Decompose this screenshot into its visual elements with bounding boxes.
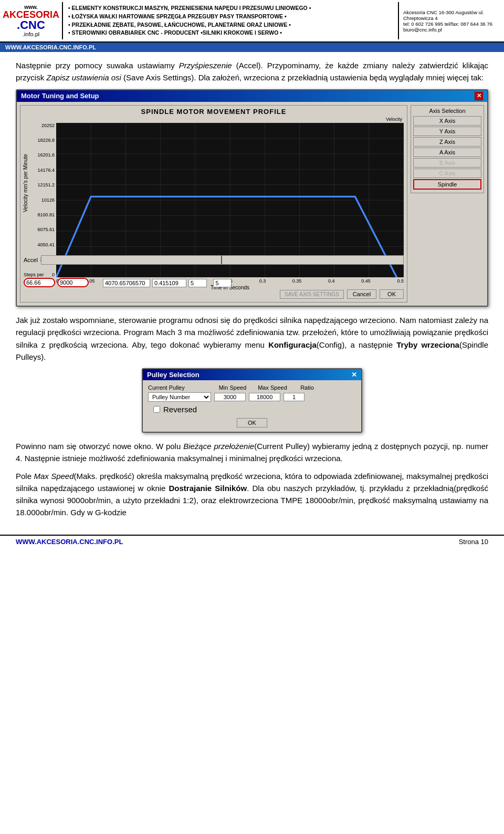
- bullet-1: • ELEMENTY KONSTRUKCJI MASZYN, PRZENIESI…: [68, 4, 393, 13]
- pulley-data-row: Pulley Number: [148, 392, 356, 402]
- b-axis-button[interactable]: B Axis: [413, 158, 481, 168]
- footer-url: WWW.AKCESORIA.CNC.INFO.PL: [16, 538, 123, 546]
- axis-selection-title: Axis Selection: [413, 108, 481, 114]
- z-axis-button[interactable]: Z Axis: [413, 137, 481, 147]
- accel-label: Accel: [24, 257, 38, 263]
- y-axis-labels: 20252 18226.8 16201.6 14176.4 12151.2 10…: [30, 123, 56, 277]
- cancel-button[interactable]: Cancel: [347, 289, 376, 299]
- acceleration-input[interactable]: [103, 279, 150, 287]
- bottom-btn-row: SAVE AXIS SETTINGS Cancel OK: [24, 289, 404, 299]
- contact-line1: Akcesoria CNC 16-300 Augustów ul. Chrept…: [403, 9, 500, 21]
- footer-page: Strona 10: [459, 538, 488, 546]
- col-current-pulley-header: Current Pulley: [148, 384, 211, 391]
- steps-per-group: Steps per: [24, 272, 55, 287]
- chart-plot: 20252 18226.8 16201.6 14176.4 12151.2 10…: [30, 123, 404, 277]
- dir-pulse-input[interactable]: [213, 279, 232, 287]
- motor-body: SPINDLE MOTOR MOVEMENT PROFILE Velocity …: [17, 102, 487, 306]
- chart-container: Velocity mm's per Minute Velocity 20252 …: [20, 117, 407, 253]
- a-axis-button[interactable]: A Axis: [413, 148, 481, 157]
- chart-inner: Velocity 20252 18226.8 16201.6 14176.4 1…: [30, 117, 404, 250]
- col-min-speed-header: Min Speed: [214, 384, 251, 391]
- x-axis-button[interactable]: X Axis: [413, 116, 481, 126]
- header-contact: Akcesoria CNC 16-300 Augustów ul. Chrept…: [399, 2, 504, 39]
- motor-title: Motor Tuning and Setup: [21, 92, 99, 100]
- velocity-top-label: Velocity: [30, 117, 404, 123]
- paragraph-1: Następnie przy pomocy suwaka ustawiamy P…: [16, 59, 488, 84]
- accel-row: Accel: [24, 255, 404, 265]
- logo-info: .info.pl: [23, 31, 39, 37]
- min-speed-input[interactable]: [214, 393, 246, 401]
- paragraph-2: Jak już zostało wspomniane, sterowanie p…: [16, 314, 488, 363]
- subheader-bar: WWW.AKCESORIA.CNC.INFO.PL: [0, 43, 504, 52]
- pulley-ok-row: OK: [148, 418, 356, 428]
- col-ratio-header: Ratio: [294, 384, 320, 391]
- steps-per-input[interactable]: [24, 278, 55, 287]
- motor-tuning-window: Motor Tuning and Setup ✕ SPINDLE MOTOR M…: [16, 89, 488, 307]
- paragraph-4: Pole Max Speed(Maks. prędkość) określa m…: [16, 470, 488, 519]
- steps-per-label: Steps per: [24, 272, 55, 278]
- page-footer: WWW.AKCESORIA.CNC.INFO.PL Strona 10: [0, 535, 504, 548]
- col-max-speed-header: Max Speed: [254, 384, 291, 391]
- contact-line2: tel: 0 602 726 995 tel/fax: 087 644 36 7…: [403, 21, 500, 33]
- header-bullets: • ELEMENTY KONSTRUKCJI MASZYN, PRZENIESI…: [63, 2, 399, 39]
- pulley-window-wrapper: Pulley Selection ✕ Current Pulley Min Sp…: [16, 368, 488, 433]
- c-axis-button[interactable]: C Axis: [413, 169, 481, 178]
- page-header: www. AKCESORIA .CNC .info.pl • ELEMENTY …: [0, 0, 504, 43]
- motor-titlebar: Motor Tuning and Setup ✕: [17, 90, 487, 102]
- reversed-checkbox[interactable]: [153, 406, 160, 413]
- ok-button[interactable]: OK: [380, 289, 404, 299]
- velocity-input[interactable]: [57, 278, 89, 287]
- main-content: Następnie przy pomocy suwaka ustawiamy P…: [0, 52, 504, 529]
- pulley-title: Pulley Selection: [147, 371, 200, 379]
- chart-area: SPINDLE MOTOR MOVEMENT PROFILE Velocity …: [20, 105, 407, 303]
- chart-title: SPINDLE MOTOR MOVEMENT PROFILE: [20, 106, 407, 117]
- logo-block: www. AKCESORIA .CNC .info.pl: [0, 2, 63, 39]
- motor-right-panel: Axis Selection X Axis Y Axis Z Axis A Ax…: [411, 105, 484, 303]
- chart-svg: [56, 123, 404, 277]
- save-axis-button[interactable]: SAVE AXIS SETTINGS: [280, 290, 344, 299]
- ratio-input[interactable]: [284, 393, 304, 401]
- logo-cnc: .CNC: [17, 19, 45, 31]
- current-pulley-select[interactable]: Pulley Number: [148, 392, 211, 402]
- accel-slider[interactable]: [41, 255, 404, 265]
- pulley-titlebar: Pulley Selection ✕: [143, 369, 361, 380]
- subheader-url: WWW.AKCESORIA.CNC.INFO.PL: [5, 44, 96, 50]
- pulley-reversed-row: Reversed: [148, 405, 356, 414]
- y-axis-label: Velocity mm's per Minute: [20, 117, 30, 250]
- gs-input[interactable]: [152, 279, 186, 287]
- reversed-label: Reversed: [163, 405, 197, 414]
- paragraph-3: Powinno nam się otworzyć nowe okno. W po…: [16, 440, 488, 465]
- pulley-close-button[interactable]: ✕: [351, 371, 357, 379]
- bullet-4: • STEROWNIKI OBRABIAREK CNC - PRODUCENT …: [68, 29, 393, 37]
- pulley-col-headers: Current Pulley Min Speed Max Speed Ratio: [148, 384, 356, 391]
- bullet-3: • PRZEKŁADNIE ZĘBATE, PASOWE, ŁAŃCUCHOWE…: [68, 21, 393, 29]
- plot-area: [56, 123, 404, 277]
- y-axis-button[interactable]: Y Axis: [413, 127, 481, 136]
- pulley-ok-button[interactable]: OK: [237, 418, 267, 428]
- pulley-selection-window: Pulley Selection ✕ Current Pulley Min Sp…: [142, 368, 362, 433]
- spindle-button[interactable]: Spindle: [413, 179, 481, 190]
- axis-selection-box: Axis Selection X Axis Y Axis Z Axis A Ax…: [411, 105, 484, 193]
- bullet-2: • ŁOŻYSKA WAŁKI HARTOWANE SPRZĘGŁA PRZEG…: [68, 13, 393, 21]
- max-speed-input[interactable]: [249, 393, 280, 401]
- pulley-body: Current Pulley Min Speed Max Speed Ratio…: [143, 380, 361, 432]
- step-pulse-input[interactable]: [188, 279, 207, 287]
- motor-close-button[interactable]: ✕: [475, 92, 483, 100]
